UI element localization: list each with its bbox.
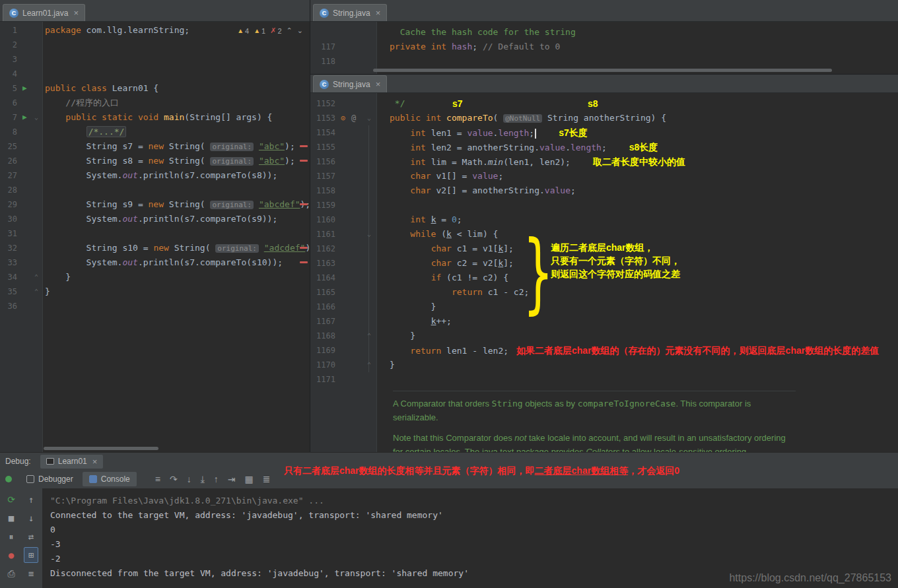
fold-icon[interactable]: ⌄ [367,227,371,242]
code-token: < lim) { [452,229,498,239]
code-line: 5▶public class Learn01 { [0,81,310,96]
code-token: System. [45,257,122,267]
fold-icon[interactable]: ⌃ [367,358,371,372]
fold-icon[interactable]: ⌄ [34,110,38,125]
code-area-string-top[interactable]: Cache the hash code for the string117pri… [310,25,898,69]
code-line: 7⌄▶ public static void main(String[] arg… [0,110,310,125]
code-token [45,112,65,122]
code-token: .println(s7.compareTo(s10)); [138,257,283,267]
code-token: String( [164,199,210,209]
line-number: 33 [0,255,17,270]
up-frame-icon[interactable]: ↑ [24,492,38,507]
user-annotation-red: 只有二者底层char数组的长度相等并且元素（字符）相同，即二者底层char数组相… [284,465,679,477]
close-icon[interactable]: × [376,79,381,89]
code-token: ; [498,171,503,181]
weak-warning-icon: ▲ [254,27,260,34]
line-number: 27 [0,168,17,183]
code-token: ( [441,229,446,239]
next-issue-icon[interactable]: ⌄ [297,26,303,35]
code-line: 1156 int lim = Math.min(len1, len2);取二者长… [310,154,898,169]
print-icon[interactable]: ⎙ [4,566,18,581]
close-icon[interactable]: × [376,8,381,18]
inline-annotation-text: s7 [452,96,463,111]
horizontal-scrollbar-thumb[interactable] [373,69,832,72]
prev-issue-icon[interactable]: ⌃ [287,26,293,35]
error-stripe-mark [300,247,308,249]
fold-icon[interactable]: ⌄ [367,111,371,125]
tab-string-java-top[interactable]: C String.java × [313,4,387,21]
code-token: ; [457,214,462,224]
code-line: 35⌃} [0,284,310,299]
debug-session-tab[interactable]: Learn01 × [40,455,104,469]
trash-icon[interactable]: ▤ [4,584,18,588]
stop-icon[interactable]: ■ [4,510,18,526]
left-tabbar: C Learn01.java × [0,0,310,22]
code-line: 1154 int len1 = value.length;s7长度 [310,125,898,140]
code-token: (len1, len2); [503,157,570,167]
settings-icon[interactable]: ≣ [263,474,271,484]
override-marker-icon[interactable]: ⊙ [341,111,345,125]
code-token [390,273,431,282]
soft-wrap-icon[interactable]: ⊞ [24,547,38,563]
line-number: 6 [0,96,17,110]
view-tab-console[interactable]: Console [83,472,137,486]
scroll-to-end-icon[interactable]: ≡ [24,566,38,581]
code-token: v1[] = [436,171,472,181]
doc-text: Note that this Comparator does [393,433,514,443]
pin-tab-icon[interactable]: ≡ [155,474,160,484]
code-token: public static void [65,112,164,122]
class-icon: C [320,80,329,89]
fold-icon[interactable]: ⌃ [367,329,371,343]
tab-string-java-bottom[interactable]: C String.java × [313,75,387,92]
down-frame-icon[interactable]: ↓ [24,510,38,526]
annotation-text: 只有二者底层char数组的长度相等并且元素（字符）相同，即 [284,465,535,476]
run-to-cursor-icon[interactable]: ⇥ [228,474,236,484]
inspection-count: 1 [261,27,265,35]
rerun-icon[interactable]: ⟳ [4,492,18,507]
code-token: "abcdef" [259,199,300,209]
code-token: System. [45,170,122,180]
code-token: len1 - len2; [446,346,508,356]
code-area-learn01[interactable]: 1package com.llg.learnString;2345▶public… [0,23,310,313]
restore-layout-icon[interactable]: ▦ [245,474,254,484]
step-over-icon[interactable]: ↷ [170,474,178,484]
right-top-tabbar: C String.java × [310,0,898,22]
step-out-icon[interactable]: ↑ [214,474,219,484]
force-step-into-icon[interactable]: ⤓ [201,474,205,485]
fold-icon[interactable]: ⌃ [34,284,38,299]
code-token: */ [390,98,405,108]
code-token: package [45,25,81,35]
warning-icon[interactable]: ▲4 [237,27,249,35]
code-token [390,316,431,326]
code-token: String s8 = [45,156,149,166]
horizontal-scrollbar-thumb[interactable] [44,447,158,450]
code-token: String anotherString) { [542,113,666,123]
close-icon[interactable]: × [73,8,79,18]
code-token: len1 = [431,128,467,138]
code-token: = [436,214,451,224]
code-token: length [570,143,602,152]
view-breakpoints-icon[interactable]: ● [4,547,18,563]
debug-bug-icon [5,476,12,482]
pause-icon[interactable]: ⏸ [4,529,18,544]
run-icon[interactable]: ▶ [22,81,27,96]
step-into-icon[interactable]: ↓ [187,474,191,484]
class-icon: C [320,9,329,18]
session-tab-label: Learn01 [58,457,87,466]
code-line: 1171 [310,372,898,387]
fold-icon[interactable]: ⌃ [34,270,38,284]
code-token: lim = Math. [431,157,488,167]
code-token: original: [210,201,254,209]
inline-annotation-text: s8 [588,96,598,111]
code-line: 3 [0,52,310,67]
view-tab-debugger[interactable]: Debugger [20,472,80,486]
run-icon[interactable]: ▶ [22,110,27,125]
tab-learn01-java[interactable]: C Learn01.java × [3,4,85,21]
inspections-widget[interactable]: ▲4▲1✗2⌃⌄ [237,26,303,35]
weak-warning-icon[interactable]: ▲1 [254,27,265,35]
close-icon[interactable]: × [92,457,98,467]
error-icon[interactable]: ✗2 [270,26,281,35]
code-token: .println(s7.compareTo(s9)); [138,214,277,224]
swap-icon[interactable]: ⇄ [24,529,38,544]
line-number: 34 [0,270,17,284]
